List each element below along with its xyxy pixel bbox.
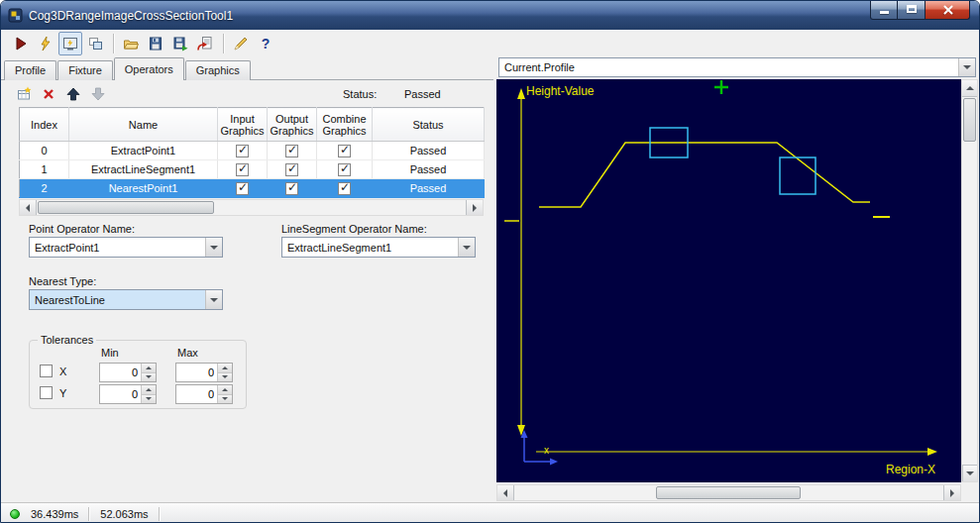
combine-graphics-checkbox[interactable]: [338, 145, 351, 157]
scroll-thumb[interactable]: [38, 201, 214, 214]
spin-down-button[interactable]: [218, 395, 232, 404]
display-source-combo[interactable]: Current.Profile: [498, 57, 976, 77]
save-results-icon: [172, 36, 188, 52]
input-graphics-checkbox[interactable]: [236, 182, 249, 195]
run-button[interactable]: [9, 32, 33, 55]
setup-button[interactable]: [229, 32, 253, 55]
delete-operator-button[interactable]: [40, 85, 57, 103]
profile-display[interactable]: Height-Value Region-X x: [496, 79, 961, 482]
scroll-right-button[interactable]: [466, 200, 483, 215]
minimize-icon[interactable]: [870, 1, 898, 20]
window-controls: [870, 1, 970, 20]
tolerance-y-max-stepper[interactable]: [175, 384, 233, 404]
spin-up-button[interactable]: [218, 385, 232, 395]
import-icon: [197, 36, 213, 52]
y-axis-arrow-up: [517, 88, 525, 99]
combine-graphics-checkbox[interactable]: [338, 163, 351, 176]
dropdown-button[interactable]: [958, 58, 975, 76]
scroll-thumb[interactable]: [963, 98, 976, 142]
save-results-button[interactable]: [168, 32, 192, 55]
operators-panel: Status: Passed Index Name Input Graphics…: [1, 80, 493, 502]
float-display-button[interactable]: [83, 32, 107, 55]
run-time: 36.439ms: [31, 508, 78, 520]
column-header-input-graphics[interactable]: Input Graphics: [218, 108, 268, 142]
move-down-button[interactable]: [89, 85, 107, 103]
table-row-selected[interactable]: 2 NearestPoint1 Passed: [20, 179, 485, 198]
linesegment-operator-combo[interactable]: ExtractLineSegment1: [281, 237, 476, 258]
chevron-down-icon: [463, 246, 471, 250]
tolerance-x-min-input[interactable]: [100, 364, 141, 381]
tolerance-x-min-stepper[interactable]: [99, 363, 157, 382]
table-row[interactable]: 1 ExtractLineSegment1 Passed: [20, 160, 485, 179]
table-horizontal-scrollbar[interactable]: [19, 199, 484, 216]
y-axis-label: Height-Value: [526, 84, 595, 98]
setup-icon: [233, 36, 249, 52]
scroll-thumb[interactable]: [656, 486, 801, 499]
tolerance-x-max-stepper[interactable]: [175, 363, 233, 382]
save-file-button[interactable]: [144, 32, 167, 55]
tolerance-x-max-input[interactable]: [176, 364, 217, 381]
spin-down-button[interactable]: [218, 373, 232, 382]
column-header-name[interactable]: Name: [69, 108, 218, 142]
cross-marker[interactable]: [714, 80, 728, 94]
help-button[interactable]: ?: [254, 32, 277, 55]
dropdown-button[interactable]: [458, 238, 475, 257]
toolbar-separator: [113, 34, 114, 53]
titlebar[interactable]: Cog3DRangeImageCrossSectionTool1: [1, 1, 979, 30]
column-header-combine-graphics[interactable]: Combine Graphics: [317, 108, 373, 142]
tab-graphics[interactable]: Graphics: [185, 60, 251, 80]
output-graphics-checkbox[interactable]: [285, 145, 298, 157]
tool-window: Cog3DRangeImageCrossSectionTool1: [0, 0, 980, 523]
scroll-right-button[interactable]: [943, 485, 960, 500]
statusbar-separator: [159, 507, 160, 521]
tab-profile[interactable]: Profile: [4, 60, 56, 80]
point-operator-combo[interactable]: ExtractPoint1: [29, 237, 223, 258]
table-row[interactable]: 0 ExtractPoint1 Passed: [20, 142, 485, 160]
help-icon: ?: [262, 36, 271, 52]
spin-up-button[interactable]: [218, 364, 232, 373]
output-graphics-checkbox[interactable]: [285, 182, 298, 195]
add-operator-button[interactable]: [15, 85, 33, 103]
column-header-index[interactable]: Index: [20, 108, 69, 142]
tolerance-y-checkbox[interactable]: [40, 386, 53, 399]
tab-fixture[interactable]: Fixture: [57, 60, 113, 80]
spin-down-button[interactable]: [142, 395, 156, 404]
scroll-left-button[interactable]: [20, 200, 37, 215]
run-icon: [13, 36, 29, 52]
move-up-button[interactable]: [64, 85, 82, 103]
tolerance-y-max-input[interactable]: [176, 385, 217, 403]
spin-down-button[interactable]: [142, 373, 156, 382]
input-graphics-checkbox[interactable]: [236, 163, 249, 176]
nearest-type-label: Nearest Type:: [29, 275, 96, 287]
spin-up-button[interactable]: [142, 385, 156, 395]
electric-run-button[interactable]: [34, 32, 57, 55]
scroll-left-button[interactable]: [497, 485, 514, 500]
tolerance-y-min-stepper[interactable]: [99, 384, 157, 404]
combine-graphics-checkbox[interactable]: [338, 182, 351, 195]
dropdown-button[interactable]: [205, 290, 222, 309]
open-file-button[interactable]: [119, 32, 143, 55]
maximize-icon[interactable]: [898, 1, 926, 20]
input-graphics-checkbox[interactable]: [236, 145, 249, 157]
cell-index: 1: [20, 160, 69, 179]
column-header-status[interactable]: Status: [373, 108, 485, 142]
output-graphics-checkbox[interactable]: [285, 163, 298, 176]
tolerance-y-min-input[interactable]: [100, 385, 141, 403]
spin-up-button[interactable]: [142, 364, 156, 373]
tolerance-x-checkbox[interactable]: [40, 365, 53, 377]
tab-operators[interactable]: Operators: [114, 57, 184, 80]
scroll-down-button[interactable]: [962, 465, 977, 481]
nearest-type-combo[interactable]: NearestToLine: [29, 289, 223, 310]
chevron-down-icon: [963, 65, 971, 69]
x-axis-label: Region-X: [886, 463, 935, 476]
scroll-up-button[interactable]: [962, 80, 977, 97]
live-display-button[interactable]: [58, 32, 82, 55]
linesegment-operator-value: ExtractLineSegment1: [282, 238, 458, 257]
import-button[interactable]: [193, 32, 217, 55]
column-header-output-graphics[interactable]: Output Graphics: [268, 108, 317, 142]
search-region-box[interactable]: [780, 157, 816, 194]
display-horizontal-scrollbar[interactable]: [496, 484, 961, 501]
dropdown-button[interactable]: [205, 238, 222, 257]
close-icon[interactable]: [926, 1, 970, 20]
display-vertical-scrollbar[interactable]: [961, 79, 978, 482]
